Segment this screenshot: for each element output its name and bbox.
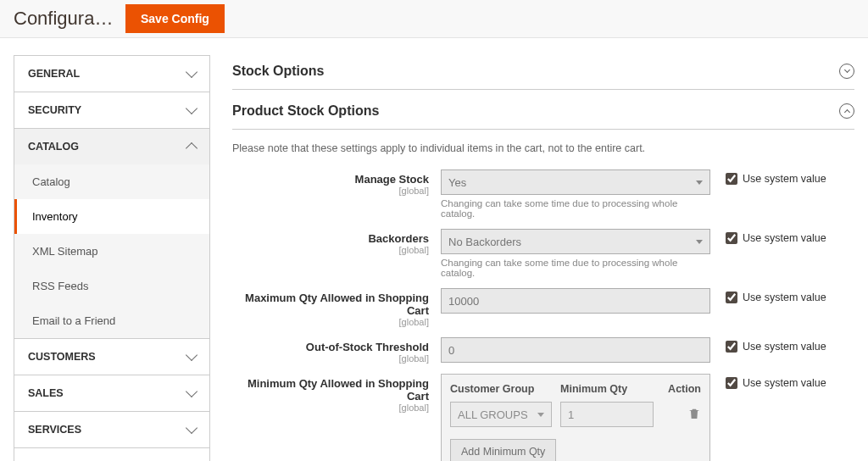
field-scope: [global] — [232, 353, 429, 364]
main-content: Stock Options Product Stock Options Plea… — [232, 55, 854, 461]
max-qty-input[interactable] — [441, 288, 710, 314]
sidebar-section-label: CATALOG — [28, 141, 79, 153]
sidebar-section-advanced[interactable]: ADVANCED — [14, 448, 209, 461]
expand-icon — [839, 64, 854, 79]
field-oos-threshold: Out-of-Stock Threshold [global] Use syst… — [232, 332, 854, 369]
section-note: Please note that these settings apply to… — [232, 130, 854, 164]
sidebar-section-customers[interactable]: CUSTOMERS — [14, 339, 209, 375]
use-system-checkbox[interactable] — [726, 341, 737, 353]
field-scope: [global] — [232, 317, 429, 327]
section-header-stock-options[interactable]: Stock Options — [232, 55, 854, 90]
caret-down-icon — [696, 240, 703, 244]
use-system-value-check[interactable]: Use system value — [710, 337, 826, 353]
chevron-down-icon — [186, 103, 198, 114]
field-label: Manage Stock — [355, 173, 429, 186]
manage-stock-select[interactable]: Yes — [441, 169, 710, 195]
sidebar-item-inventory[interactable]: Inventory — [14, 199, 209, 234]
col-minimum-qty: Minimum Qty — [560, 383, 654, 395]
chevron-down-icon — [186, 349, 198, 361]
oos-threshold-input[interactable] — [441, 337, 710, 363]
field-label: Backorders — [368, 232, 429, 245]
field-manage-stock: Manage Stock [global] Yes Changing can t… — [232, 164, 854, 224]
trash-icon[interactable] — [687, 407, 701, 420]
collapse-icon — [839, 103, 854, 119]
field-hint: Changing can take some time due to proce… — [441, 254, 710, 278]
use-system-value-check[interactable]: Use system value — [710, 229, 826, 244]
page-title: Configuration — [14, 8, 114, 30]
sidebar-section-label: CUSTOMERS — [28, 351, 96, 363]
page-header: Configuration Save Config — [0, 0, 868, 38]
select-value: Yes — [448, 176, 466, 189]
use-system-checkbox[interactable] — [726, 173, 737, 185]
add-minimum-qty-button[interactable]: Add Minimum Qty — [450, 439, 556, 461]
sidebar-section-sales[interactable]: SALES — [14, 375, 209, 412]
chevron-down-icon — [186, 386, 198, 397]
section-header-product-stock-options[interactable]: Product Stock Options — [232, 95, 854, 130]
field-scope: [global] — [232, 403, 429, 413]
field-scope: [global] — [232, 245, 429, 255]
config-sidebar: GENERAL SECURITY CATALOG Catalog Invento… — [14, 55, 210, 461]
use-system-value-check[interactable]: Use system value — [710, 288, 826, 303]
sidebar-section-label: GENERAL — [28, 68, 80, 80]
use-system-checkbox[interactable] — [726, 292, 737, 303]
field-label: Minimum Qty Allowed in Shopping Cart — [248, 377, 429, 403]
backorders-select[interactable]: No Backorders — [441, 229, 710, 254]
chevron-down-icon — [186, 422, 198, 434]
field-max-qty: Maximum Qty Allowed in Shopping Cart [gl… — [232, 283, 854, 332]
section-title: Stock Options — [232, 64, 324, 79]
field-label: Maximum Qty Allowed in Shopping Cart — [245, 292, 429, 317]
use-system-value-check[interactable]: Use system value — [710, 169, 826, 185]
sidebar-section-services[interactable]: SERVICES — [14, 412, 209, 448]
field-min-qty: Minimum Qty Allowed in Shopping Cart [gl… — [232, 369, 854, 461]
min-qty-row: ALL GROUPS — [450, 402, 701, 427]
use-system-label: Use system value — [743, 341, 826, 353]
sidebar-item-xml-sitemap[interactable]: XML Sitemap — [14, 234, 209, 269]
select-value: No Backorders — [448, 236, 521, 248]
col-customer-group: Customer Group — [450, 383, 552, 395]
sidebar-item-rss-feeds[interactable]: RSS Feeds — [14, 269, 209, 303]
select-value: ALL GROUPS — [458, 408, 528, 421]
field-backorders: Backorders [global] No Backorders Changi… — [232, 224, 854, 283]
sidebar-item-email-friend[interactable]: Email to a Friend — [14, 303, 209, 338]
save-config-button[interactable]: Save Config — [125, 4, 225, 33]
col-action: Action — [662, 383, 701, 395]
use-system-checkbox[interactable] — [726, 232, 737, 244]
field-scope: [global] — [232, 186, 429, 196]
sidebar-section-general[interactable]: GENERAL — [14, 56, 209, 92]
sidebar-section-catalog[interactable]: CATALOG Catalog Inventory XML Sitemap RS… — [14, 129, 209, 339]
use-system-label: Use system value — [743, 292, 826, 303]
section-title: Product Stock Options — [232, 103, 379, 119]
field-label: Out-of-Stock Threshold — [306, 341, 429, 353]
chevron-down-icon — [186, 66, 198, 78]
sidebar-section-label: SALES — [28, 387, 64, 399]
use-system-label: Use system value — [743, 377, 826, 389]
use-system-checkbox[interactable] — [726, 377, 737, 389]
customer-group-select[interactable]: ALL GROUPS — [450, 402, 552, 427]
sidebar-section-label: SECURITY — [28, 104, 81, 116]
field-hint: Changing can take some time due to proce… — [441, 195, 710, 219]
sidebar-section-label: SERVICES — [28, 424, 81, 436]
sidebar-item-catalog[interactable]: Catalog — [14, 164, 209, 199]
sidebar-section-security[interactable]: SECURITY — [14, 92, 209, 129]
use-system-value-check[interactable]: Use system value — [710, 374, 826, 389]
use-system-label: Use system value — [743, 173, 826, 185]
use-system-label: Use system value — [743, 232, 826, 244]
caret-down-icon — [696, 181, 703, 185]
chevron-up-icon — [186, 142, 198, 154]
sidebar-subitems: Catalog Inventory XML Sitemap RSS Feeds … — [14, 164, 209, 338]
min-qty-input[interactable] — [560, 402, 654, 427]
caret-down-icon — [537, 413, 544, 417]
min-qty-table: Customer Group Minimum Qty Action ALL GR… — [441, 374, 710, 461]
